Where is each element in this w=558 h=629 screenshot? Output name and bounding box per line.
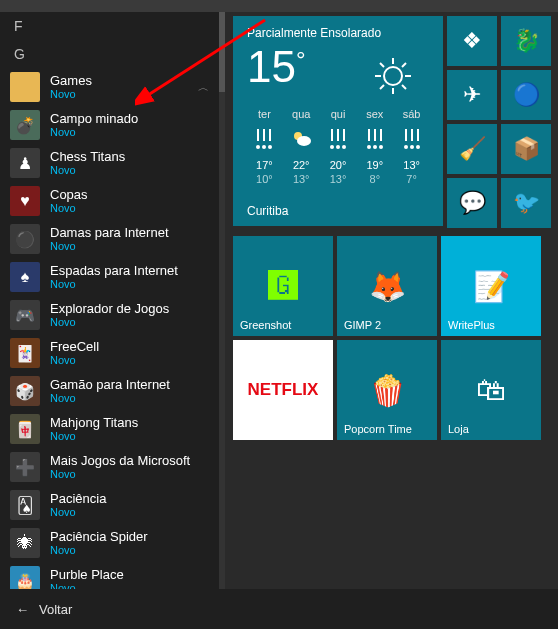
tile-greenshot[interactable]: 🅶Greenshot xyxy=(233,236,333,336)
app-icon: 🎂 xyxy=(10,566,40,589)
temp-low: 13° xyxy=(321,172,356,186)
app-title: Paciência Spider xyxy=(50,529,215,544)
tile-label: Popcorn Time xyxy=(344,423,412,435)
weather-tile[interactable]: Parcialmente Ensolarado 15° ter17°10°qua… xyxy=(233,16,443,226)
back-button[interactable]: ← Voltar xyxy=(0,589,558,629)
tile-icon: 🍿 xyxy=(369,373,406,408)
app-item-11[interactable]: 🕷Paciência SpiderNovo xyxy=(0,524,225,562)
app-text: Explorador de JogosNovo xyxy=(50,301,215,329)
weather-icon xyxy=(284,126,319,152)
app-item-8[interactable]: 🀄Mahjong TitansNovo xyxy=(0,410,225,448)
app-item-7[interactable]: 🎲Gamão para InternetNovo xyxy=(0,372,225,410)
weather-condition: Parcialmente Ensolarado xyxy=(247,26,429,40)
app-title: Explorador de Jogos xyxy=(50,301,215,316)
app-item-9[interactable]: ➕Mais Jogos da MicrosoftNovo xyxy=(0,448,225,486)
folder-title: Games xyxy=(50,73,198,88)
svg-point-34 xyxy=(416,145,420,149)
app-item-2[interactable]: ♥CopasNovo xyxy=(0,182,225,220)
app-item-6[interactable]: 🃏FreeCellNovo xyxy=(0,334,225,372)
netflix-logo: NETFLIX xyxy=(248,380,319,400)
app-text: Espadas para InternetNovo xyxy=(50,263,215,291)
app-icon: 💣 xyxy=(10,110,40,140)
tile-label: GIMP 2 xyxy=(344,319,381,331)
tile-popcorn-time[interactable]: 🍿Popcorn Time xyxy=(337,340,437,440)
temp-high: 19° xyxy=(357,158,392,172)
tile-app2[interactable]: 🐉 xyxy=(501,16,551,66)
tile-app6[interactable]: 📦 xyxy=(501,124,551,174)
sun-icon xyxy=(373,56,413,96)
app-icon: 🂡 xyxy=(10,490,40,520)
tile-icon: 🅶 xyxy=(268,269,298,303)
svg-point-22 xyxy=(342,145,346,149)
temp-value: 15 xyxy=(247,42,296,92)
app-item-12[interactable]: 🎂Purble PlaceNovo xyxy=(0,562,225,589)
scrollbar[interactable] xyxy=(219,12,225,589)
app-text: Damas para InternetNovo xyxy=(50,225,215,253)
app-text: Gamão para InternetNovo xyxy=(50,377,215,405)
app-icon: ➕ xyxy=(10,452,40,482)
app-text: Chess TitansNovo xyxy=(50,149,215,177)
letter-header-g[interactable]: G xyxy=(0,40,225,68)
app-item-4[interactable]: ♠Espadas para InternetNovo xyxy=(0,258,225,296)
svg-line-6 xyxy=(402,85,406,89)
tile-writeplus[interactable]: 📝WritePlus xyxy=(441,236,541,336)
app-item-3[interactable]: ⚫Damas para InternetNovo xyxy=(0,220,225,258)
app-title: FreeCell xyxy=(50,339,215,354)
svg-point-21 xyxy=(336,145,340,149)
app-icon: ♥ xyxy=(10,186,40,216)
forecast-day-1: qua22°13° xyxy=(284,108,319,186)
medium-tiles-grid: 🅶Greenshot🦊GIMP 2📝WritePlusNETFLIX🍿Popco… xyxy=(233,236,553,440)
app-item-5[interactable]: 🎮Explorador de JogosNovo xyxy=(0,296,225,334)
tile-skype[interactable]: 💬 xyxy=(447,178,497,228)
tile-qbittorrent[interactable]: 🔵 xyxy=(501,70,551,120)
app-sub: Novo xyxy=(50,582,215,589)
tile-loja[interactable]: 🛍Loja xyxy=(441,340,541,440)
svg-line-5 xyxy=(380,63,384,67)
app-icon: 🎮 xyxy=(10,300,40,330)
tile-paper-plane[interactable]: ✈ xyxy=(447,70,497,120)
tile-icon: 🛍 xyxy=(476,373,506,407)
app-title: Mais Jogos da Microsoft xyxy=(50,453,215,468)
back-arrow-icon: ← xyxy=(16,602,29,617)
svg-point-26 xyxy=(367,145,371,149)
app-sub: Novo xyxy=(50,354,215,367)
svg-point-16 xyxy=(297,136,311,146)
app-item-0[interactable]: 💣Campo minadoNovo xyxy=(0,106,225,144)
desktop-strip xyxy=(0,0,558,12)
app-sub: Novo xyxy=(50,316,215,329)
tile-netflix[interactable]: NETFLIX xyxy=(233,340,333,440)
day-name: qui xyxy=(321,108,356,120)
tiles-panel: Parcialmente Ensolarado 15° ter17°10°qua… xyxy=(225,12,558,589)
temp-degree: ° xyxy=(296,46,306,74)
day-name: qua xyxy=(284,108,319,120)
app-item-10[interactable]: 🂡PaciênciaNovo xyxy=(0,486,225,524)
tile-ccleaner[interactable]: 🧹 xyxy=(447,124,497,174)
forecast-row: ter17°10°qua22°13°qui20°13°sex19°8°sáb13… xyxy=(247,108,429,186)
app-title: Damas para Internet xyxy=(50,225,215,240)
svg-point-28 xyxy=(379,145,383,149)
svg-point-33 xyxy=(410,145,414,149)
scroll-thumb[interactable] xyxy=(219,12,225,92)
svg-point-13 xyxy=(262,145,266,149)
app-title: Campo minado xyxy=(50,111,215,126)
tile-label: Greenshot xyxy=(240,319,291,331)
small-tiles-grid: ❖🐉✈🔵🧹📦💬🐦 xyxy=(447,16,551,228)
app-title: Copas xyxy=(50,187,215,202)
svg-point-27 xyxy=(373,145,377,149)
app-title: Chess Titans xyxy=(50,149,215,164)
app-item-1[interactable]: ♟Chess TitansNovo xyxy=(0,144,225,182)
temp-high: 22° xyxy=(284,158,319,172)
letter-header-f[interactable]: F xyxy=(0,12,225,40)
tile-app8[interactable]: 🐦 xyxy=(501,178,551,228)
weather-icon xyxy=(394,126,429,152)
app-icon: ♟ xyxy=(10,148,40,178)
day-name: sex xyxy=(357,108,392,120)
tile-gimp-2[interactable]: 🦊GIMP 2 xyxy=(337,236,437,336)
tile-steam[interactable]: ❖ xyxy=(447,16,497,66)
app-title: Purble Place xyxy=(50,567,215,582)
app-sub: Novo xyxy=(50,544,215,557)
app-icon: 🃏 xyxy=(10,338,40,368)
app-sub: Novo xyxy=(50,278,215,291)
folder-games[interactable]: Games Novo ︿ xyxy=(0,68,225,106)
temp-high: 20° xyxy=(321,158,356,172)
